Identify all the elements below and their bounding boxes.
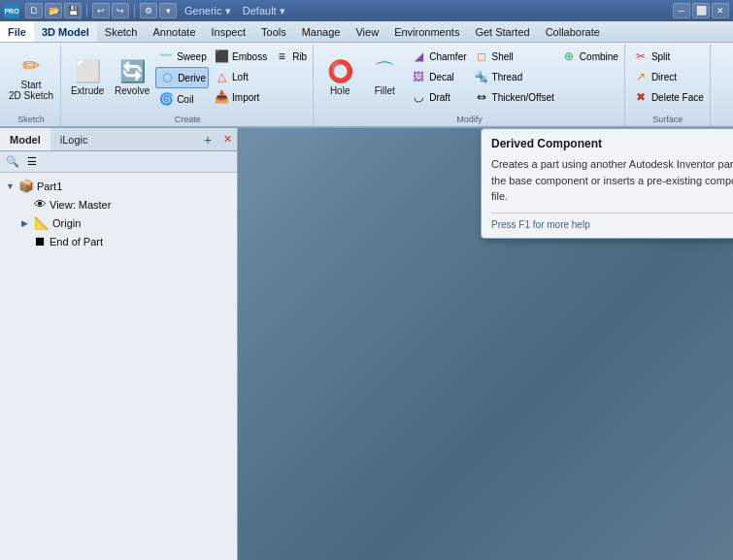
menu-3dmodel[interactable]: 3D Model: [34, 21, 97, 42]
loft-button[interactable]: △ Loft: [211, 67, 269, 86]
decal-button[interactable]: 🖼 Decal: [408, 67, 468, 86]
surface-group-content: ✂ Split ↗ Direct ✖ Delete Face: [630, 47, 706, 115]
restore-button[interactable]: ⬜: [692, 3, 710, 18]
minimize-button[interactable]: ─: [673, 3, 690, 18]
ribbon-group-sketch: ✏ Start2D Sketch Sketch: [2, 45, 61, 126]
shell-icon: ◻: [473, 48, 490, 65]
title-bar: PRO 🗋 📂 💾 ↩ ↪ ⚙ ▾ Generic ▾ Default ▾ ─ …: [0, 0, 733, 21]
tree-icon-eop: ⏹: [34, 234, 47, 248]
thicken-label: Thicken/Offset: [492, 92, 554, 103]
redo-button[interactable]: ↪: [112, 3, 129, 18]
tab-model[interactable]: Model: [0, 128, 50, 150]
thread-icon: 🔩: [473, 68, 490, 85]
decal-icon: 🖼: [410, 68, 427, 85]
create-small-btns-col2: ⬛ Emboss △ Loft 📥 Import: [211, 47, 269, 107]
options-button[interactable]: ⚙: [140, 3, 157, 18]
sketch-group-label: Sketch: [6, 115, 56, 126]
emboss-button[interactable]: ⬛ Emboss: [211, 47, 269, 66]
undo-button[interactable]: ↩: [92, 3, 110, 18]
sweep-icon: 〰: [157, 48, 175, 65]
menu-collaborate[interactable]: Collaborate: [538, 21, 608, 42]
derive-button[interactable]: ⬡ Derive: [155, 67, 209, 88]
rib-button[interactable]: ≡ Rib: [271, 47, 309, 66]
dropdown-button[interactable]: ▾: [159, 3, 177, 18]
draft-icon: ◡: [410, 88, 427, 106]
derive-icon: ⬡: [158, 69, 176, 86]
ribbon-group-modify: ⭕ Hole ⌒ Fillet ◢ Chamfer 🖼 Decal ◡ Draf…: [315, 45, 625, 126]
decal-label: Decal: [429, 72, 454, 82]
panel-tabs: Model iLogic + ✕: [0, 128, 237, 151]
canvas-area[interactable]: Derived Component Creates a part using a…: [238, 128, 733, 560]
derive-label: Derive: [178, 73, 206, 83]
menu-inspect[interactable]: Inspect: [204, 21, 253, 42]
menu-annotate[interactable]: Annotate: [146, 21, 204, 42]
tree-view-master[interactable]: 👁 View: Master: [19, 195, 233, 214]
panel-content: ▼ 📦 Part1 👁 View: Master ▶ 📐 Origin ⏹: [0, 173, 237, 560]
tree-icon-origin: 📐: [34, 215, 50, 230]
menu-tools[interactable]: Tools: [253, 21, 294, 42]
draft-button[interactable]: ◡ Draft: [408, 87, 468, 107]
window-controls[interactable]: ─ ⬜ ✕: [673, 3, 729, 18]
tree-expand-origin: ▶: [21, 218, 31, 228]
sweep-label: Sweep: [177, 51, 207, 62]
shell-button[interactable]: ◻ Shell: [471, 47, 556, 66]
search-button[interactable]: 🔍: [4, 153, 21, 171]
extrude-button[interactable]: ⬜ Extrude: [66, 47, 109, 107]
tree-origin[interactable]: ▶ 📐 Origin: [19, 214, 233, 232]
direct-button[interactable]: ↗ Direct: [630, 67, 679, 86]
menu-manage[interactable]: Manage: [294, 21, 349, 42]
toolbar-separator: [86, 4, 87, 17]
modify-group-label: Modify: [318, 115, 620, 126]
import-label: Import: [232, 92, 259, 103]
direct-icon: ↗: [632, 68, 650, 85]
delete-face-button[interactable]: ✖ Delete Face: [630, 87, 706, 107]
menu-sketch[interactable]: Sketch: [97, 21, 146, 42]
ribbon-group-surface: ✂ Split ↗ Direct ✖ Delete Face Surface: [626, 45, 711, 126]
menu-file[interactable]: File: [0, 21, 34, 42]
create-group-label: Create: [66, 115, 309, 126]
start-sketch-button[interactable]: ✏ Start2D Sketch: [6, 47, 56, 107]
chamfer-button[interactable]: ◢ Chamfer: [408, 47, 468, 66]
chamfer-label: Chamfer: [429, 51, 466, 62]
tab-ilogic[interactable]: iLogic: [50, 128, 98, 150]
loft-icon: △: [213, 68, 230, 85]
menu-expand-button[interactable]: ☰: [23, 153, 41, 171]
save-button[interactable]: 💾: [64, 3, 82, 18]
import-button[interactable]: 📥 Import: [211, 87, 269, 107]
hole-button[interactable]: ⭕ Hole: [318, 47, 361, 107]
combine-button[interactable]: ⊕ Combine: [558, 47, 620, 66]
quick-access-toolbar[interactable]: 🗋 📂 💾 ↩ ↪ ⚙ ▾: [25, 3, 177, 18]
open-button[interactable]: 📂: [45, 3, 62, 18]
menu-getstarted[interactable]: Get Started: [467, 21, 537, 42]
fillet-button[interactable]: ⌒ Fillet: [363, 47, 406, 107]
new-button[interactable]: 🗋: [25, 3, 43, 18]
menu-environments[interactable]: Environments: [386, 21, 467, 42]
emboss-icon: ⬛: [213, 48, 230, 65]
revolve-icon: 🔄: [118, 58, 146, 85]
delete-face-icon: ✖: [632, 88, 650, 106]
thread-button[interactable]: 🔩 Thread: [471, 67, 556, 86]
menu-view[interactable]: View: [348, 21, 386, 42]
revolve-label: Revolve: [115, 85, 150, 96]
panel-tab-add[interactable]: +: [198, 132, 217, 148]
thicken-button[interactable]: ⇔ Thicken/Offset: [471, 87, 556, 107]
create-group-content: ⬜ Extrude 🔄 Revolve 〰 Sweep ⬡ Derive 🌀: [66, 47, 309, 115]
split-button[interactable]: ✂ Split: [630, 47, 672, 66]
modify-small-btns-col1: ◢ Chamfer 🖼 Decal ◡ Draft: [408, 47, 468, 107]
tree-children-part1: 👁 View: Master ▶ 📐 Origin ⏹ End of Part: [4, 195, 233, 250]
panel-close-btn[interactable]: ✕: [217, 133, 237, 146]
tooltip-title: Derived Component: [491, 137, 733, 150]
sweep-button[interactable]: 〰 Sweep: [155, 47, 209, 66]
modify-small-btns-col2: ◻ Shell 🔩 Thread ⇔ Thicken/Offset: [471, 47, 556, 107]
app-icon: PRO: [4, 3, 19, 18]
shell-label: Shell: [492, 51, 514, 62]
ribbon: ✏ Start2D Sketch Sketch ⬜ Extrude 🔄 Revo…: [0, 43, 733, 128]
main-area: Model iLogic + ✕ 🔍 ☰ ▼ 📦 Part1 👁 View: [0, 128, 733, 560]
revolve-button[interactable]: 🔄 Revolve: [111, 47, 153, 107]
title-text: Generic ▾ Default ▾: [184, 5, 285, 17]
close-button[interactable]: ✕: [712, 3, 729, 18]
combine-icon: ⊕: [560, 48, 578, 65]
tree-root-part1[interactable]: ▼ 📦 Part1: [4, 177, 233, 195]
tree-end-of-part[interactable]: ⏹ End of Part: [19, 232, 233, 250]
coil-button[interactable]: 🌀 Coil: [155, 89, 209, 109]
